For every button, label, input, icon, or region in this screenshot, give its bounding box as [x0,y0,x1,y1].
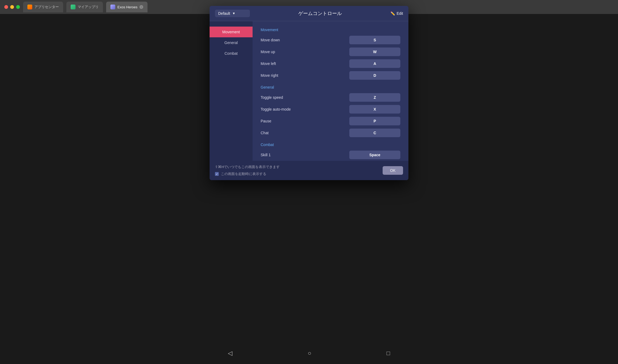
keybind-row-move-right: Move right D [261,71,400,80]
my-app-icon [71,5,76,9]
keybind-button-toggle-auto-mode[interactable]: X [349,105,400,114]
ok-button[interactable]: OK [383,166,403,175]
keybind-button-move-up[interactable]: W [349,48,400,56]
keybind-button-chat[interactable]: C [349,129,400,137]
keybind-row-toggle-speed: Toggle speed Z [261,93,400,102]
edit-button[interactable]: ✏️ Edit [390,11,403,16]
keybind-row-skill-1: Skill 1 Space [261,151,400,159]
sidebar: Movement General Combat [210,21,253,161]
tab-app-center-label: アプリセンター [34,5,59,9]
shortcut-hint: ⇧⌘Hでいつでもこの画面を表示できます [215,165,280,169]
keybind-row-move-down: Move down S [261,36,400,44]
dialog-body: Movement General Combat Movement Move do… [210,21,408,161]
dialog-title: ゲームコントロール [298,10,342,17]
exos-heroes-icon [110,5,115,9]
content-area[interactable]: Movement Move down S Move up W Move left… [253,21,408,161]
tab-close-button[interactable]: × [139,5,143,9]
keybind-label-toggle-auto-mode: Toggle auto-mode [261,107,291,111]
keybind-label-move-up: Move up [261,50,275,54]
section-title-combat: Combat [261,143,400,147]
keybind-row-move-left: Move left A [261,59,400,68]
keybind-row-pause: Pause P [261,117,400,125]
sidebar-item-combat[interactable]: Combat [210,48,253,59]
back-nav-icon[interactable]: ◁ [228,350,232,357]
section-title-movement: Movement [261,28,400,32]
preset-value: Default [218,11,230,16]
keybind-row-toggle-auto-mode: Toggle auto-mode X [261,105,400,114]
keybind-row-chat: Chat C [261,129,400,137]
footer-left: ⇧⌘Hでいつでもこの画面を表示できます ✓ この画面を起動時に表示する [215,165,280,176]
tab-exos-heroes-label: Exos Heroes [117,5,137,9]
dialog-footer: ⇧⌘Hでいつでもこの画面を表示できます ✓ この画面を起動時に表示する OK [210,161,408,180]
bottom-nav: ◁ ○ □ [0,343,618,364]
checkbox-row: ✓ この画面を起動時に表示する [215,172,280,176]
keybind-label-pause: Pause [261,119,271,123]
keybind-row-move-up: Move up W [261,48,400,56]
tab-my-app[interactable]: マイアップリ [66,2,103,12]
sidebar-item-movement[interactable]: Movement [210,27,253,37]
keybind-button-toggle-speed[interactable]: Z [349,93,400,102]
minimize-button[interactable] [10,5,14,9]
sidebar-item-general[interactable]: General [210,37,253,48]
pencil-icon: ✏️ [390,11,395,16]
app-center-icon [27,5,32,9]
tab-exos-heroes[interactable]: Exos Heroes × [106,2,148,12]
keybind-button-move-down[interactable]: S [349,36,400,44]
tab-my-app-label: マイアップリ [78,5,99,9]
fullscreen-button[interactable] [16,5,20,9]
keybind-button-skill-1[interactable]: Space [349,151,400,159]
keybind-label-move-right: Move right [261,73,278,78]
startup-checkbox[interactable]: ✓ [215,172,219,176]
recents-nav-icon[interactable]: □ [387,350,390,357]
edit-label: Edit [397,11,403,16]
home-nav-icon[interactable]: ○ [308,350,311,357]
keybind-button-move-left[interactable]: A [349,59,400,68]
chevron-down-icon: ▼ [232,12,235,15]
keybind-label-skill-1: Skill 1 [261,153,271,157]
keybind-label-move-down: Move down [261,38,280,42]
keybind-label-toggle-speed: Toggle speed [261,95,283,100]
close-button[interactable] [4,5,8,9]
section-title-general: General [261,85,400,89]
dialog-header: Default ▼ ゲームコントロール ✏️ Edit [210,6,408,21]
preset-select[interactable]: Default ▼ [215,10,250,17]
game-controls-dialog: Default ▼ ゲームコントロール ✏️ Edit Movement Gen… [210,6,408,180]
keybind-button-move-right[interactable]: D [349,71,400,80]
traffic-lights [4,5,20,9]
keybind-label-chat: Chat [261,131,269,135]
tab-app-center[interactable]: アプリセンター [23,2,63,12]
checkbox-label: この画面を起動時に表示する [221,172,266,176]
keybind-label-move-left: Move left [261,61,276,66]
keybind-button-pause[interactable]: P [349,117,400,125]
